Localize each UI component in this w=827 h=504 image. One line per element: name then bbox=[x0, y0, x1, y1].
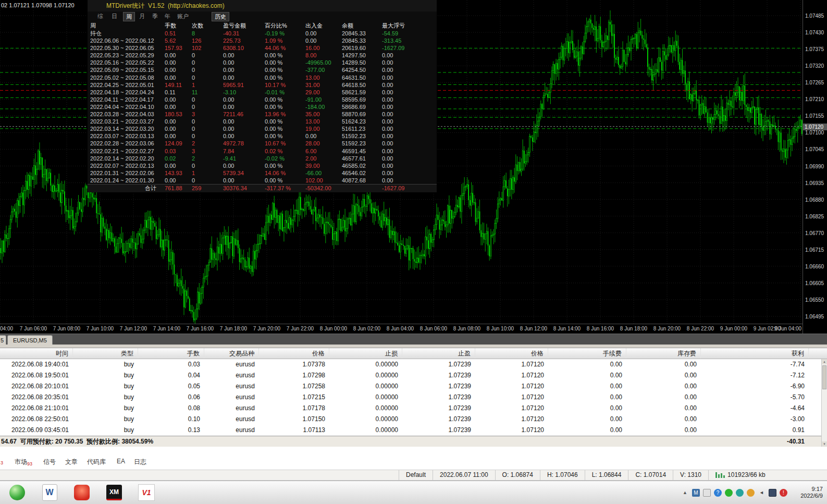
toolbox-scrollbar[interactable]: ▲ ▼ bbox=[821, 359, 827, 447]
stats-column-label: 百分比% bbox=[265, 22, 305, 30]
taskbar-v1-icon[interactable]: V1 bbox=[134, 483, 158, 502]
trade-row[interactable]: 2022.06.08 20:10:01buy0.05eurusd1.072580… bbox=[0, 381, 809, 392]
trade-row[interactable]: 2022.06.08 19:40:01buy0.03eurusd1.073780… bbox=[0, 359, 809, 370]
profile-indicator: Default bbox=[399, 470, 433, 480]
chevron-up-icon[interactable]: ▲ bbox=[681, 489, 689, 497]
teal-status-icon[interactable] bbox=[736, 489, 744, 497]
green-status-icon[interactable] bbox=[725, 489, 733, 497]
keyboard-icon[interactable] bbox=[703, 489, 711, 497]
stats-value: 0.00 bbox=[165, 177, 192, 184]
status-bar: Default2022.06.07 11:00O: 1.06874H: 1.07… bbox=[0, 470, 827, 481]
status-item: H: 1.07046 bbox=[540, 470, 585, 480]
stats-tab-7[interactable]: 账户 bbox=[175, 12, 191, 20]
stats-row: 2022.01.24 ~ 2022.01.300.0000.000.00 %10… bbox=[88, 177, 437, 184]
stats-value: 58870.69 bbox=[342, 110, 382, 118]
monitor-icon[interactable] bbox=[769, 489, 776, 497]
scroll-up-icon[interactable]: ▲ bbox=[822, 359, 827, 364]
taskbar: WXMV1 ▲M?◄! 9:17 2022/6/9 bbox=[0, 481, 827, 504]
toolbox-tab-4[interactable]: 代码库 bbox=[87, 458, 106, 466]
stats-tab-4[interactable]: 月 bbox=[137, 12, 147, 20]
stats-value: 0 bbox=[192, 177, 223, 184]
time-label: 7 Jun 08:00 bbox=[53, 326, 80, 331]
taskbar-clock[interactable]: 9:17 2022/6/9 bbox=[793, 486, 827, 499]
toolbox-tab-3[interactable]: 文章 bbox=[65, 458, 78, 466]
stats-value: 3 bbox=[192, 110, 223, 118]
stats-value: 0.00 bbox=[223, 118, 265, 125]
status-item: V: 1310 bbox=[673, 470, 708, 480]
scroll-thumb[interactable] bbox=[822, 365, 826, 389]
stats-row: 2022.02.14 ~ 2022.02.200.022-9.41-0.02 %… bbox=[88, 155, 437, 162]
stats-column-header: 周手数次数盈亏金额百分比%出入金余额最大浮亏 bbox=[88, 22, 437, 30]
trade-row[interactable]: 2022.06.08 20:35:01buy0.06eurusd1.072150… bbox=[0, 392, 809, 403]
red-alert-icon[interactable]: ! bbox=[780, 489, 787, 497]
help-icon[interactable]: ? bbox=[714, 489, 722, 497]
stats-panel-title: MTDriver统计 V1.52 (http://chaokes.com) bbox=[88, 0, 437, 11]
trade-column-label: 止损 bbox=[329, 348, 402, 359]
toolbox-tab-6[interactable]: 日志 bbox=[134, 458, 146, 466]
stats-tab-5[interactable]: 季 bbox=[150, 12, 161, 20]
taskbar-red-app-icon[interactable] bbox=[70, 483, 94, 502]
trade-cell: 0.00000 bbox=[329, 403, 402, 414]
stats-value: 0.00 bbox=[382, 155, 437, 162]
stats-tab-2[interactable]: 日 bbox=[109, 12, 120, 20]
stats-value: 0.00 bbox=[165, 118, 192, 125]
clipped-tab-badge[interactable]: 3 bbox=[1, 460, 3, 465]
trade-cell: eurusd bbox=[204, 359, 259, 370]
toolbox-tab-5[interactable]: EA bbox=[117, 458, 125, 465]
floating-profit: -40.31 bbox=[787, 436, 805, 447]
stats-value: 0.00 bbox=[382, 81, 437, 89]
stats-value: 13.00 bbox=[305, 118, 342, 125]
toolbox-tab-2[interactable]: 信号 bbox=[43, 458, 56, 466]
trade-row[interactable]: 2022.06.08 21:10:01buy0.08eurusd1.071780… bbox=[0, 403, 809, 414]
trade-cell: 1.07239 bbox=[402, 414, 475, 425]
price-label: 1.06660 bbox=[805, 264, 824, 269]
trade-row[interactable]: 2022.06.08 22:50:01buy0.10eurusd1.071500… bbox=[0, 414, 809, 425]
ohlc-readout: 02 1.07121 1.07098 1.07120 bbox=[1, 2, 75, 8]
trade-cell: 1.07239 bbox=[402, 359, 475, 370]
stats-row: 2022.03.21 ~ 2022.03.270.0000.000.00 %13… bbox=[88, 118, 437, 125]
stats-tab-3[interactable]: 周 bbox=[123, 12, 135, 21]
taskbar-xm-icon[interactable]: XM bbox=[102, 483, 126, 502]
stats-value: 0.00 bbox=[223, 96, 265, 103]
stats-row: 2022.01.31 ~ 2022.02.06143.9315739.3414.… bbox=[88, 169, 437, 177]
stats-value: -91.00 bbox=[305, 96, 342, 103]
stats-period: 2022.04.11 ~ 2022.04.17 bbox=[90, 96, 165, 103]
orange-status-icon[interactable] bbox=[747, 489, 755, 497]
data-size-indicator: 101923/66 kb bbox=[708, 470, 772, 480]
stats-value: 0.00 bbox=[382, 52, 437, 59]
stats-value: 0.00 bbox=[305, 132, 342, 140]
price-label: 1.07430 bbox=[805, 30, 824, 35]
trade-cell: 0.00000 bbox=[329, 414, 402, 425]
trade-cell: 2022.06.08 20:35:01 bbox=[0, 392, 73, 403]
stats-tab-history[interactable]: 历史 bbox=[212, 12, 229, 21]
chart-tab-eurusd-m5[interactable]: EURUSD,M5 bbox=[7, 335, 53, 345]
trade-row[interactable]: 2022.06.09 03:45:01buy0.13eurusd1.071130… bbox=[0, 425, 809, 436]
taskbar-word-icon[interactable]: W bbox=[38, 483, 61, 502]
toolbox-tab-1[interactable]: 市场93 bbox=[15, 458, 32, 466]
taskbar-browser-icon[interactable] bbox=[5, 483, 29, 502]
volume-icon[interactable]: ◄ bbox=[758, 489, 766, 497]
stats-value: 149.11 bbox=[165, 81, 192, 89]
scroll-down-icon[interactable]: ▼ bbox=[822, 441, 827, 447]
trade-cell: 2022.06.09 03:45:01 bbox=[0, 425, 73, 436]
stats-value: 16.00 bbox=[305, 44, 342, 52]
stats-column-label: 最大浮亏 bbox=[382, 22, 437, 30]
ime-icon[interactable]: M bbox=[692, 489, 700, 497]
stats-tab-1[interactable]: 综 bbox=[95, 12, 106, 20]
stats-value: 1.09 % bbox=[265, 37, 305, 44]
stats-row: 2022.02.28 ~ 2022.03.06124.0924972.7810.… bbox=[88, 140, 437, 147]
time-label: 8 Jun 04:00 bbox=[387, 326, 414, 331]
stats-value: 64254.50 bbox=[342, 66, 382, 73]
time-label: 04:00 bbox=[0, 326, 13, 331]
time-axis: 04:007 Jun 06:007 Jun 08:007 Jun 10:007 … bbox=[0, 324, 803, 334]
trade-cell: 1.07378 bbox=[259, 359, 329, 370]
stats-period: 2022.06.06 ~ 2022.06.12 bbox=[90, 37, 165, 44]
stats-tab-6[interactable]: 年 bbox=[162, 12, 173, 20]
trade-cell: 0.10 bbox=[138, 414, 204, 425]
v1-icon: V1 bbox=[138, 484, 155, 501]
trade-row[interactable]: 2022.06.08 19:50:01buy0.04eurusd1.072980… bbox=[0, 370, 809, 381]
trade-cell: buy bbox=[73, 381, 138, 392]
price-label: 1.07320 bbox=[805, 63, 824, 69]
trade-cell: eurusd bbox=[204, 414, 259, 425]
chart-tab-partial[interactable]: 5 bbox=[0, 335, 6, 345]
